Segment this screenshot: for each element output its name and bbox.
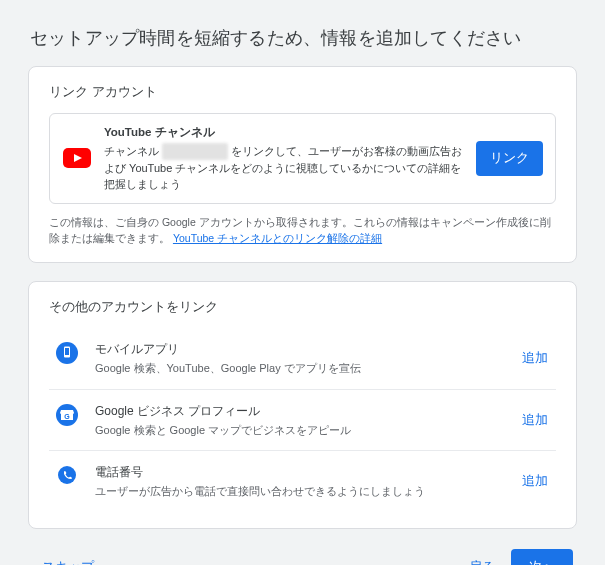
other-row-mobile-app: モバイルアプリ Google 検索、YouTube、Google Play でア… — [49, 328, 556, 390]
youtube-body: YouTube チャンネル チャンネル ████████ をリンクして、ユーザー… — [104, 124, 464, 193]
other-row-business-profile: G Google ビジネス プロフィール Google 検索と Google マ… — [49, 390, 556, 452]
other-row-phone: 電話番号 ユーザーが広告から電話で直接問い合わせできるようにしましょう 追加 — [49, 451, 556, 512]
footer: スキップ 戻る 次へ — [28, 547, 577, 565]
youtube-heading: YouTube チャンネル — [104, 124, 464, 141]
storefront-icon: G — [53, 402, 81, 426]
phone-bubble-icon — [53, 463, 81, 487]
svg-point-7 — [58, 466, 76, 484]
skip-button[interactable]: スキップ — [32, 550, 104, 565]
next-button[interactable]: 次へ — [511, 549, 573, 565]
other-sub: Google 検索と Google マップでビジネスをアピール — [95, 422, 504, 439]
add-button-mobile-app[interactable]: 追加 — [518, 344, 552, 373]
disclaimer: この情報は、ご自身の Google アカウントから取得されます。これらの情報はキ… — [49, 214, 556, 247]
other-sub: ユーザーが広告から電話で直接問い合わせできるようにしましょう — [95, 483, 504, 500]
youtube-channel-name: ████████ — [162, 143, 228, 160]
footer-right-group: 戻る 次へ — [459, 549, 573, 565]
add-button-business-profile[interactable]: 追加 — [518, 406, 552, 435]
youtube-desc-pre: チャンネル — [104, 145, 162, 157]
other-body: Google ビジネス プロフィール Google 検索と Google マップ… — [95, 402, 504, 439]
other-body: 電話番号 ユーザーが広告から電話で直接問い合わせできるようにしましょう — [95, 463, 504, 500]
other-accounts-list: モバイルアプリ Google 検索、YouTube、Google Play でア… — [49, 328, 556, 512]
other-heading: モバイルアプリ — [95, 340, 504, 358]
youtube-description: チャンネル ████████ をリンクして、ユーザーがお客様の動画広告および Y… — [104, 143, 464, 193]
mobile-app-icon — [53, 340, 81, 364]
youtube-icon — [62, 148, 92, 168]
other-body: モバイルアプリ Google 検索、YouTube、Google Play でア… — [95, 340, 504, 377]
other-accounts-card: その他のアカウントをリンク モバイルアプリ Google 検索、YouTube、… — [28, 281, 577, 529]
back-button[interactable]: 戻る — [459, 550, 505, 565]
disclaimer-link[interactable]: YouTube チャンネルとのリンク解除の詳細 — [173, 232, 382, 244]
add-button-phone[interactable]: 追加 — [518, 467, 552, 496]
link-account-title: リンク アカウント — [49, 83, 556, 101]
svg-rect-4 — [65, 348, 69, 355]
link-button[interactable]: リンク — [476, 141, 543, 176]
other-heading: 電話番号 — [95, 463, 504, 481]
svg-text:G: G — [64, 413, 70, 420]
other-heading: Google ビジネス プロフィール — [95, 402, 504, 420]
other-sub: Google 検索、YouTube、Google Play でアプリを宣伝 — [95, 360, 504, 377]
link-account-card: リンク アカウント YouTube チャンネル チャンネル ████████ を… — [28, 66, 577, 263]
other-accounts-title: その他のアカウントをリンク — [49, 298, 556, 316]
page-title: セットアップ時間を短縮するため、情報を追加してください — [30, 26, 577, 50]
youtube-channel-row: YouTube チャンネル チャンネル ████████ をリンクして、ユーザー… — [49, 113, 556, 204]
